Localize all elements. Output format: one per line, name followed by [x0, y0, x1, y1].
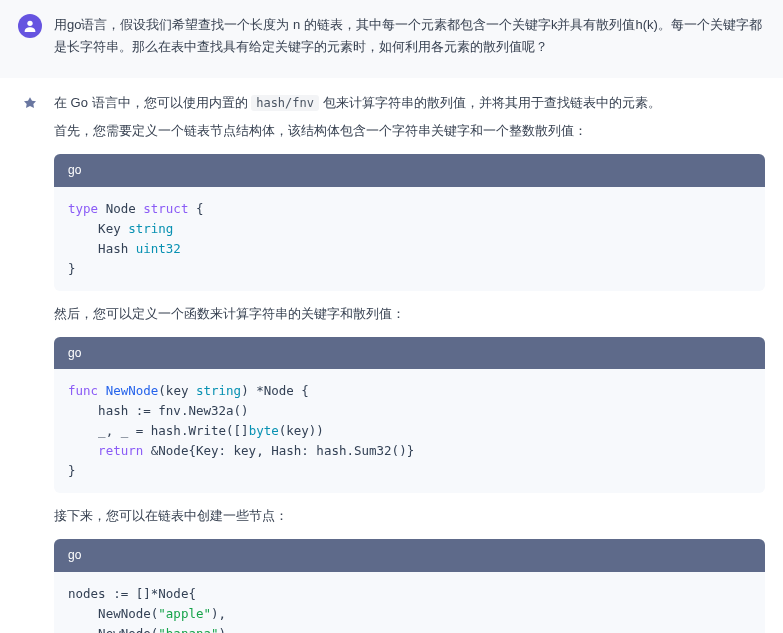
ai-icon	[22, 96, 38, 112]
user-text-2: 是长字符串。那么在表中查找具有给定关键字的元素时，如何利用各元素的散列值呢？	[54, 39, 548, 54]
code-lang-label: go	[54, 539, 765, 571]
ai-intro: 在 Go 语言中，您可以使用内置的 hash/fnv 包来计算字符串的散列值，并…	[54, 92, 765, 114]
ai-message: 在 Go 语言中，您可以使用内置的 hash/fnv 包来计算字符串的散列值，并…	[0, 78, 783, 633]
ai-intro-2: 包来计算字符串的散列值，并将其用于查找链表中的元素。	[319, 95, 661, 110]
user-message: 用go语言，假设我们希望查找一个长度为 n 的链表，其中每一个元素都包含一个关键…	[0, 0, 783, 78]
ai-avatar	[18, 92, 42, 116]
svg-point-0	[27, 21, 32, 26]
ai-paragraph-3: 接下来，您可以在链表中创建一些节点：	[54, 505, 765, 527]
code-block-3: go nodes := []*Node{ NewNode("apple"), N…	[54, 539, 765, 633]
user-avatar	[18, 14, 42, 38]
user-text-1: 用go语言，假设我们希望查找一个长度为 n 的链表，其中每一个元素都包含一个关键…	[54, 17, 762, 32]
code-body-3[interactable]: nodes := []*Node{ NewNode("apple"), NewN…	[54, 572, 765, 633]
code-lang-label: go	[54, 337, 765, 369]
code-block-1: go type Node struct { Key string Hash ui…	[54, 154, 765, 290]
user-icon	[22, 18, 38, 34]
ai-intro-line2: 首先，您需要定义一个链表节点结构体，该结构体包含一个字符串关键字和一个整数散列值…	[54, 120, 765, 142]
ai-content: 在 Go 语言中，您可以使用内置的 hash/fnv 包来计算字符串的散列值，并…	[54, 92, 765, 633]
ai-intro-1: 在 Go 语言中，您可以使用内置的	[54, 95, 251, 110]
code-lang-label: go	[54, 154, 765, 186]
ai-paragraph-2: 然后，您可以定义一个函数来计算字符串的关键字和散列值：	[54, 303, 765, 325]
user-content: 用go语言，假设我们希望查找一个长度为 n 的链表，其中每一个元素都包含一个关键…	[54, 14, 765, 64]
inline-code-hash-fnv: hash/fnv	[251, 95, 319, 111]
code-body-1[interactable]: type Node struct { Key string Hash uint3…	[54, 187, 765, 291]
code-body-2[interactable]: func NewNode(key string) *Node { hash :=…	[54, 369, 765, 493]
code-block-2: go func NewNode(key string) *Node { hash…	[54, 337, 765, 493]
